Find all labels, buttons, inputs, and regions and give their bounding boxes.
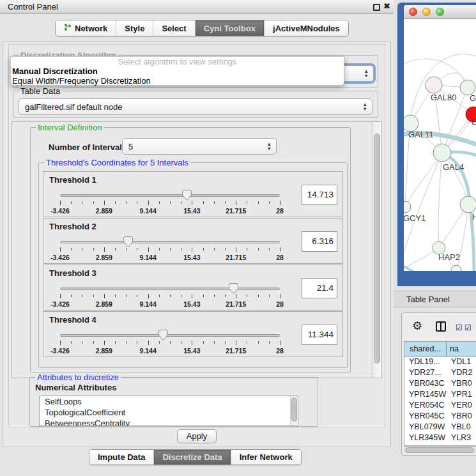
table-header-row: shared... na [404,342,476,357]
tab-jactivemnodules[interactable]: jActiveMNodules [264,20,348,36]
attribute-list-item[interactable]: SelfLoops [40,396,298,407]
number-of-intervals-combobox[interactable]: 5 [122,138,277,155]
network-window-titlebar[interactable] [404,5,476,19]
column-header[interactable]: shared... [404,342,447,356]
table-cell[interactable]: YDR27... [404,367,447,378]
table-cell[interactable]: YDL19... [404,357,447,367]
threshold-value-field[interactable]: 21.4 [302,278,337,298]
scrollbar-thumb[interactable] [405,447,474,453]
table-cell[interactable]: YBR045C [404,411,447,422]
close-icon[interactable]: ✖ [383,1,390,11]
thresholds-group-title: Threshold's Coordinates for 5 Intervals [44,158,190,167]
table-panel-title: Table Panel [406,295,450,304]
slider-thumb[interactable] [123,236,133,247]
dropdown-option[interactable]: Equal Width/Frequency Discretization [11,76,344,86]
table-row[interactable]: YBL079WYBL0 [404,422,476,433]
slider-track[interactable] [60,241,280,243]
column-header[interactable]: na [447,342,476,356]
table-row[interactable]: YBR045CYBR0 [404,411,476,422]
table-cell[interactable]: YLR3 [447,433,476,443]
table-data-group: Table Data galFiltered.sif default node [13,91,378,118]
network-node-gal4[interactable] [433,144,451,162]
list-scrollbar[interactable] [290,396,298,426]
table-cell[interactable]: YBR0 [447,411,476,422]
tab-impute-data[interactable]: Impute Data [89,450,153,464]
table-cell[interactable]: YPR1 [447,389,476,400]
threshold-slider[interactable]: -3.4262.8599.14415.4321.71528 [60,330,280,357]
slider-ticks [60,341,280,346]
network-node-gal80[interactable] [426,77,442,93]
table-cell[interactable]: YPR145W [404,389,447,400]
slider-thumb[interactable] [182,190,192,201]
tab-network[interactable]: Network [56,20,116,36]
discretize-section: Discretization Algorithm Table Data galF… [8,44,385,427]
horizontal-scrollbar[interactable] [404,446,476,454]
zoom-traffic-light-icon[interactable] [436,8,444,16]
threshold-panel: Threshold 1 -3.4262.8599.14415.4321.7152… [43,171,343,217]
attribute-list-item[interactable]: BetweennessCentrality [40,418,298,426]
table-row[interactable]: YER054CYER0 [404,400,476,411]
minimize-traffic-light-icon[interactable] [422,8,431,16]
table-cell[interactable]: YLR345W [404,433,447,443]
close-traffic-light-icon[interactable] [409,8,417,16]
dropdown-option[interactable]: Manual Discretization [11,66,344,76]
table-cell[interactable]: YBL079W [404,422,447,433]
split-columns-icon[interactable] [436,321,446,332]
gear-icon[interactable]: ⚙ [412,319,422,333]
table-cell[interactable]: YBL0 [447,422,476,433]
threshold-slider[interactable]: -3.4262.8599.14415.4321.71528 [60,190,280,217]
table-row[interactable]: YPR145WYPR1 [404,389,476,400]
checkbox-icon[interactable]: ☑ [464,323,472,332]
threshold-slider[interactable]: -3.4262.8599.14415.4321.71528 [60,283,280,310]
float-window-icon[interactable] [373,4,380,11]
apply-button[interactable]: Apply [177,429,217,443]
attributes-group-title: Attributes to discretize [35,372,121,382]
scrollbar-thumb[interactable] [374,134,380,364]
number-of-intervals-label: Number of Intervals [49,142,127,152]
table-cell[interactable]: YDR2 [447,367,476,378]
table-row[interactable]: YLR345WYLR3 [404,433,476,443]
numerical-attributes-list[interactable]: SelfLoopsTopologicalCoefficientBetweenne… [39,395,298,426]
tab-select[interactable]: Select [153,20,194,36]
dropdown-prompt: Select algorithm to view settings [11,57,344,66]
node-table[interactable]: shared... na YDL19...YDL1YDR27...YDR2YBR… [404,341,476,446]
threshold-value-field[interactable]: 6.316 [302,231,337,252]
table-cell[interactable]: YBR043C [404,378,447,389]
table-data-combobox[interactable]: galFiltered.sif default node [19,98,372,115]
attribute-list-item[interactable]: TopologicalCoefficient [40,407,298,418]
table-toolbar: ⚙ ☑ ☑ [402,313,476,341]
table-row[interactable]: YDL19...YDL1 [404,357,476,367]
threshold-value-field[interactable]: 11.344 [302,325,337,345]
table-cell[interactable]: YBR0 [447,378,476,389]
slider-tick-labels: -3.4262.8599.14415.4321.71528 [60,300,280,308]
tab-style[interactable]: Style [116,20,153,36]
slider-track[interactable] [60,194,280,197]
checkbox-icon[interactable]: ☑ [456,323,463,332]
slider-thumb[interactable] [158,330,168,341]
threshold-label: Threshold 4 [49,315,96,325]
slider-track[interactable] [60,288,280,290]
top-tab-bar: NetworkStyleSelectCyni ToolboxjActiveMNo… [55,20,349,36]
thresholds-container: Threshold 1 -3.4262.8599.14415.4321.7152… [39,171,347,357]
vertical-scrollbar[interactable] [372,122,381,378]
network-canvas[interactable]: GAL80GAL11GAL4GCY1HAP2GACH [404,19,476,271]
table-row[interactable]: YBR043CYBR0 [404,378,476,389]
table-cell[interactable]: YER054C [404,400,447,411]
table-cell[interactable]: YER0 [447,400,476,411]
scrollbar-thumb[interactable] [291,397,297,422]
tab-infer-network[interactable]: Infer Network [231,450,301,464]
slider-track[interactable] [60,334,280,337]
slider-thumb[interactable] [229,283,238,294]
table-cell[interactable]: YDL1 [447,357,476,367]
interval-definition-group-title: Interval Definition [36,123,104,132]
tab-cyni-toolbox[interactable]: Cyni Toolbox [195,20,264,36]
tab-discretize-data[interactable]: Discretize Data [153,450,230,464]
table-row[interactable]: YDR27...YDR2 [404,367,476,378]
threshold-value-field[interactable]: 14.713 [302,185,337,205]
network-node[interactable] [460,196,476,213]
thresholds-group: Threshold's Coordinates for 5 Intervals … [38,162,348,368]
network-node-gcy1[interactable] [404,201,411,213]
control-panel-titlebar: Control Panel ✖ [0,0,394,14]
number-of-intervals-value: 5 [128,142,133,151]
threshold-slider[interactable]: -3.4262.8599.14415.4321.71528 [60,236,280,263]
